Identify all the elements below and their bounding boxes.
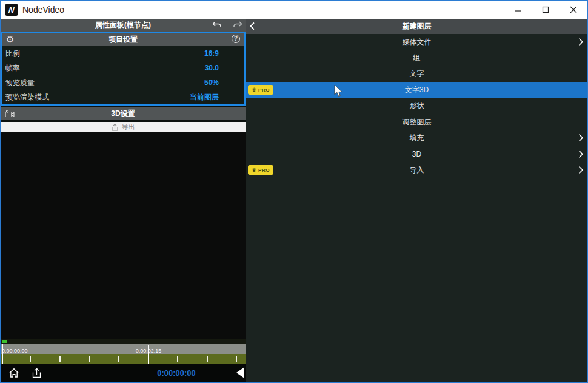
timeline-track[interactable] bbox=[1, 354, 246, 364]
bottom-toolbar: 0:00:00:00 bbox=[1, 364, 246, 382]
properties-panel-title: 属性面板(根节点) bbox=[95, 20, 151, 30]
app-logo-icon: N bbox=[5, 4, 18, 16]
setting-value[interactable]: 16:9 bbox=[204, 49, 219, 58]
app-title: NodeVideo bbox=[22, 5, 64, 15]
project-settings-section: ⚙ 项目设置 ? 比例 16:9 帧率 30.0 预览质量 50% 预览渲染 bbox=[1, 32, 246, 106]
new-layer-header: 新建图层 bbox=[246, 19, 587, 34]
ruler-tick bbox=[59, 356, 61, 362]
setting-row-preview-quality[interactable]: 预览质量 50% bbox=[2, 75, 244, 90]
layer-type-list: 媒体文件 组 文字 ♛ PRO 文字3D bbox=[246, 34, 587, 382]
pro-badge-label: PRO bbox=[258, 87, 270, 93]
menu-item-label: 形状 bbox=[410, 101, 424, 111]
setting-row-framerate[interactable]: 帧率 30.0 bbox=[2, 61, 244, 75]
menu-item-adjustment-layer[interactable]: 调整图层 bbox=[246, 114, 587, 130]
ruler-tick bbox=[89, 356, 90, 362]
minimize-icon bbox=[514, 6, 521, 13]
current-time-display: 0:00:00:00 bbox=[146, 368, 207, 378]
menu-item-text[interactable]: 文字 bbox=[246, 66, 587, 82]
setting-value[interactable]: 当前图层 bbox=[190, 92, 219, 103]
setting-row-render-mode[interactable]: 预览渲染模式 当前图层 bbox=[2, 90, 244, 104]
ruler-tick bbox=[30, 356, 31, 362]
undo-icon bbox=[212, 21, 222, 29]
menu-item-label: 填充 bbox=[410, 133, 424, 143]
home-button[interactable] bbox=[6, 365, 22, 381]
menu-item-label: 组 bbox=[413, 53, 421, 63]
close-button[interactable] bbox=[560, 1, 587, 19]
properties-panel-header: 属性面板(根节点) bbox=[1, 19, 246, 32]
timeline-start-label: 0:00:00:00 bbox=[2, 348, 28, 354]
chevron-right-icon bbox=[578, 134, 584, 144]
redo-icon bbox=[233, 21, 242, 29]
chevron-right-icon bbox=[578, 38, 584, 49]
close-icon bbox=[570, 6, 577, 13]
ruler-tick bbox=[236, 356, 237, 362]
main-area: 属性面板(根节点) ⚙ 项目设置 bbox=[1, 19, 587, 382]
maximize-button[interactable] bbox=[532, 1, 560, 19]
setting-label: 比例 bbox=[5, 49, 20, 59]
maximize-icon bbox=[542, 6, 549, 13]
setting-label: 预览质量 bbox=[5, 78, 35, 88]
project-settings-header[interactable]: ⚙ 项目设置 ? bbox=[2, 33, 244, 46]
menu-item-media-file[interactable]: 媒体文件 bbox=[246, 34, 587, 50]
titlebar: N NodeVideo bbox=[1, 1, 587, 19]
chevron-right-icon bbox=[578, 166, 584, 177]
upload-icon bbox=[112, 124, 118, 131]
ruler-tick bbox=[207, 356, 208, 362]
menu-item-label: 导入 bbox=[410, 165, 424, 175]
menu-item-shape[interactable]: 形状 bbox=[246, 98, 587, 114]
undo-button[interactable] bbox=[212, 20, 222, 30]
app-window: N NodeVideo 属性面板(根节点) bbox=[0, 0, 588, 383]
timeline-ruler[interactable]: 0:00:00:00 0:00:02:15 bbox=[1, 344, 246, 354]
project-settings-title: 项目设置 bbox=[109, 35, 138, 45]
menu-item-label: 调整图层 bbox=[403, 117, 432, 127]
home-icon bbox=[8, 368, 19, 378]
redo-button[interactable] bbox=[232, 20, 243, 30]
in-point-marker[interactable] bbox=[2, 340, 7, 343]
menu-item-label: 3D bbox=[412, 150, 421, 158]
ruler-tick bbox=[118, 356, 119, 362]
setting-value[interactable]: 50% bbox=[204, 78, 219, 87]
pro-badge: ♛ PRO bbox=[248, 165, 273, 175]
help-icon[interactable]: ? bbox=[232, 35, 240, 43]
new-layer-panel: 新建图层 媒体文件 组 文字 ♛ P bbox=[246, 19, 587, 382]
preview-viewport[interactable] bbox=[1, 132, 246, 339]
pro-badge-label: PRO bbox=[258, 168, 270, 173]
setting-value[interactable]: 30.0 bbox=[205, 64, 219, 72]
menu-item-import[interactable]: ♛ PRO 导入 bbox=[246, 162, 587, 178]
gear-icon: ⚙ bbox=[6, 34, 14, 44]
minimize-button[interactable] bbox=[504, 1, 532, 19]
chevron-right-icon bbox=[578, 150, 584, 161]
menu-item-fill[interactable]: 填充 bbox=[246, 130, 587, 146]
playhead[interactable] bbox=[2, 344, 3, 364]
timeline[interactable]: 0:00:00:00 0:00:02:15 bbox=[1, 339, 246, 364]
ruler-tick bbox=[177, 356, 178, 362]
menu-item-group[interactable]: 组 bbox=[246, 50, 587, 66]
major-tick-marker bbox=[148, 345, 149, 364]
new-layer-title: 新建图层 bbox=[403, 21, 432, 32]
crown-icon: ♛ bbox=[252, 87, 256, 93]
chevron-left-icon bbox=[249, 22, 255, 30]
properties-panel: 属性面板(根节点) ⚙ 项目设置 bbox=[1, 19, 246, 382]
setting-label: 预览渲染模式 bbox=[5, 92, 49, 103]
crown-icon: ♛ bbox=[252, 167, 256, 173]
menu-item-label: 文字 bbox=[410, 69, 424, 79]
pro-badge: ♛ PRO bbox=[248, 85, 273, 95]
menu-item-3d[interactable]: 3D bbox=[246, 146, 587, 162]
menu-item-label: 文字3D bbox=[405, 85, 429, 95]
setting-row-ratio[interactable]: 比例 16:9 bbox=[2, 46, 244, 61]
export-button[interactable]: 导出 bbox=[1, 122, 246, 132]
export-share-button[interactable] bbox=[28, 365, 44, 381]
collapse-triangle-icon[interactable] bbox=[236, 367, 244, 378]
menu-item-label: 媒体文件 bbox=[403, 37, 432, 47]
settings-3d-header[interactable]: 3D设置 bbox=[1, 107, 246, 120]
camera-icon bbox=[5, 109, 15, 120]
back-button[interactable] bbox=[249, 22, 255, 33]
upload-icon bbox=[32, 368, 41, 378]
settings-3d-title: 3D设置 bbox=[111, 109, 135, 119]
menu-item-text3d[interactable]: ♛ PRO 文字3D bbox=[246, 82, 587, 98]
setting-label: 帧率 bbox=[5, 63, 20, 73]
export-label: 导出 bbox=[122, 123, 135, 132]
